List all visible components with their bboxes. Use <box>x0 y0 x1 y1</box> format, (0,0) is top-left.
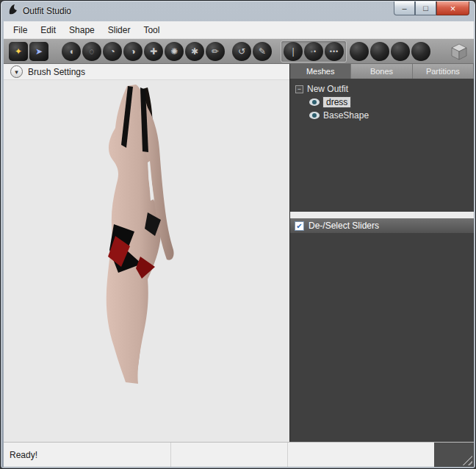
status-cell-2 <box>171 443 288 467</box>
inflate-brush-icon[interactable]: ◔ <box>103 42 122 61</box>
connected-only-icon[interactable]: ◦• <box>304 42 323 61</box>
sliders-header-label: De-/Select Sliders <box>309 221 379 231</box>
brush-settings-label: Brush Settings <box>28 67 85 77</box>
close-button[interactable]: × <box>436 1 469 15</box>
brush-size-4-icon[interactable] <box>411 42 430 61</box>
visibility-eye-icon[interactable] <box>309 112 320 119</box>
maximize-button[interactable]: □ <box>415 1 436 15</box>
visibility-eye-icon[interactable] <box>309 99 320 106</box>
menu-tool[interactable]: Tool <box>137 23 166 37</box>
brush-size-3-icon[interactable] <box>391 42 410 61</box>
tree-root-label: New Outfit <box>307 84 348 94</box>
status-cell-3 <box>288 443 434 467</box>
smooth-brush-icon[interactable]: ✺ <box>165 42 184 61</box>
pen-tool-icon[interactable]: ✎ <box>253 42 272 61</box>
collapse-minus-icon[interactable]: − <box>295 85 303 93</box>
tree-item-new-outfit[interactable]: − New Outfit <box>290 82 474 96</box>
menu-file[interactable]: File <box>7 23 34 37</box>
status-cell-dark <box>434 443 474 467</box>
tree-item-label: dress <box>323 97 350 107</box>
tab-partitions[interactable]: Partitions <box>413 64 474 79</box>
tab-bones[interactable]: Bones <box>351 64 412 79</box>
menu-shape[interactable]: Shape <box>62 23 101 37</box>
move-brush-icon[interactable]: ✚ <box>144 42 163 61</box>
deselect-sliders-checkbox[interactable]: ✔ <box>295 221 304 231</box>
tree-item-dress[interactable]: dress <box>290 96 474 109</box>
tree-item-label: BaseShape <box>323 110 369 121</box>
sliders-list-area[interactable] <box>290 233 474 442</box>
titlebar[interactable]: Outfit Studio – □ × <box>1 1 475 21</box>
app-icon <box>8 4 18 18</box>
window-controls: – □ × <box>394 1 469 15</box>
brush-size-2-icon[interactable] <box>370 42 389 61</box>
brush-options-icon[interactable]: ••• <box>325 42 344 61</box>
tab-meshes[interactable]: Meshes <box>290 64 351 79</box>
panel-gap-splitter[interactable] <box>290 212 474 218</box>
status-bar: Ready! <box>4 442 474 467</box>
transform-tool-icon[interactable]: ↺ <box>232 42 251 61</box>
resize-grip[interactable] <box>462 455 472 465</box>
right-panel: Meshes Bones Partitions − New Outfit dre… <box>290 64 474 442</box>
status-message: Ready! <box>4 443 171 467</box>
brush-toggle-group: | ◦• ••• <box>281 40 347 62</box>
client-area: File Edit Shape Slider Tool ✦ ➤ ◖ ◌ ◔ ◑ … <box>4 21 474 467</box>
new-project-brush-icon[interactable]: ✦ <box>9 42 28 61</box>
sliders-header: ✔ De-/Select Sliders <box>290 218 474 233</box>
tree-item-baseshape[interactable]: BaseShape <box>290 109 474 122</box>
toolbar: ✦ ➤ ◖ ◌ ◔ ◑ ✚ ✺ ✱ ✏ ↺ ✎ | ◦• ••• <box>4 39 474 64</box>
menu-bar: File Edit Shape Slider Tool <box>4 21 474 39</box>
window-title: Outfit Studio <box>23 6 71 16</box>
alpha-brush-icon[interactable]: ✏ <box>206 42 225 61</box>
menu-slider[interactable]: Slider <box>101 23 137 37</box>
status-text: Ready! <box>10 450 37 460</box>
mask-brush-icon[interactable]: ◖ <box>62 42 81 61</box>
menu-edit[interactable]: Edit <box>34 23 62 37</box>
outfit-tree: − New Outfit dress BaseShape <box>290 79 474 212</box>
minimize-button[interactable]: – <box>394 1 415 15</box>
viewport-3d[interactable] <box>4 80 289 442</box>
load-project-brush-icon[interactable]: ➤ <box>29 42 48 61</box>
color-brush-icon[interactable]: ✱ <box>185 42 204 61</box>
xmirror-toggle-icon[interactable]: | <box>284 42 303 61</box>
brush-settings-pane-header[interactable]: ▾ Brush Settings <box>4 64 289 80</box>
select-lasso-icon[interactable]: ◌ <box>82 42 101 61</box>
character-model <box>4 80 289 442</box>
chevron-down-icon[interactable]: ▾ <box>10 65 23 78</box>
mesh-tabs: Meshes Bones Partitions <box>290 64 474 79</box>
wireframe-cube-icon[interactable] <box>449 41 469 62</box>
deflate-brush-icon[interactable]: ◑ <box>123 42 143 61</box>
outfit-studio-window: Outfit Studio – □ × File Edit Shape Slid… <box>0 0 476 469</box>
brush-size-1-icon[interactable] <box>350 42 369 61</box>
